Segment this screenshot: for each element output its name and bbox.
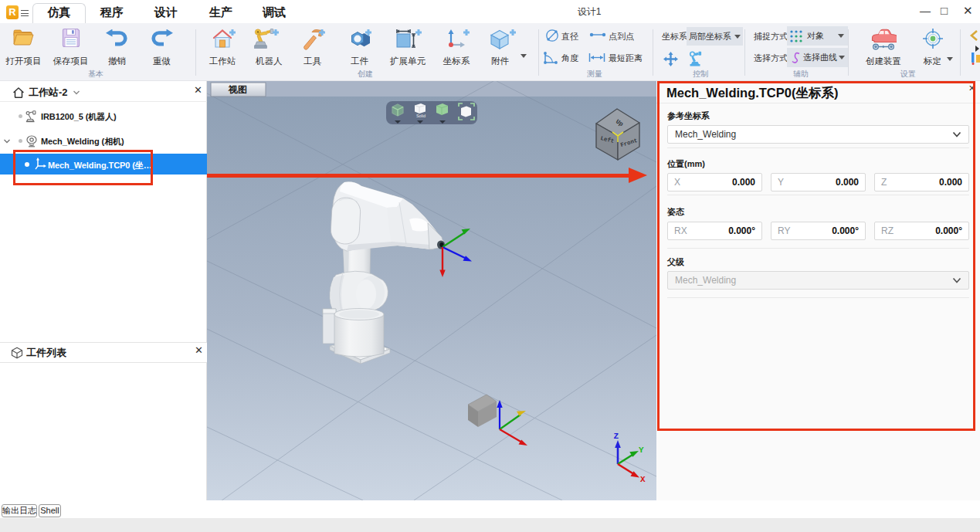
svg-text:视图: 视图 xyxy=(228,84,247,95)
svg-text:Solid: Solid xyxy=(416,114,426,118)
svg-text:Z: Z xyxy=(614,432,619,441)
svg-text:Y: Y xyxy=(639,446,644,455)
svg-text:X: X xyxy=(640,475,646,484)
